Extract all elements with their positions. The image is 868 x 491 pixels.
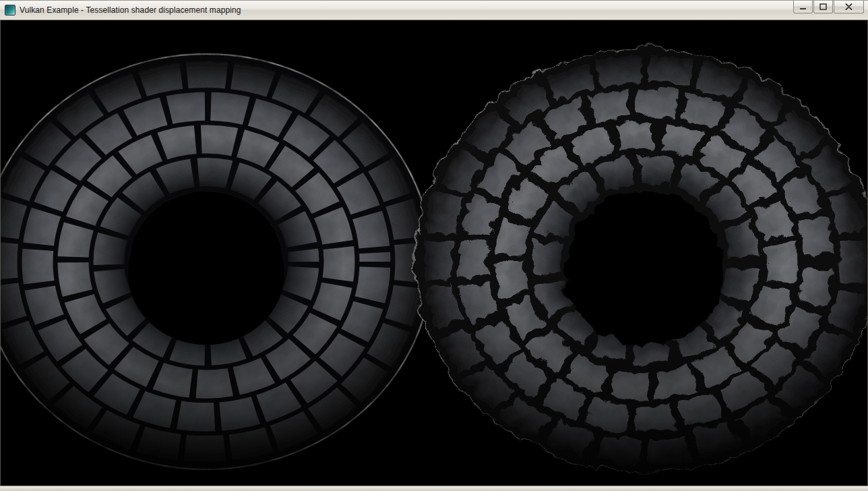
titlebar[interactable]: Vulkan Example - Tessellation shader dis… [0,0,868,20]
vignette-overlay [1,20,867,486]
close-icon [845,3,852,10]
maximize-icon [819,3,827,10]
render-viewport[interactable] [0,20,868,486]
minimize-button[interactable] [793,1,813,13]
app-icon [5,5,16,16]
app-window: Vulkan Example - Tessellation shader dis… [0,0,868,491]
minimize-icon [799,4,807,10]
window-title: Vulkan Example - Tessellation shader dis… [20,5,241,15]
render-canvas [1,20,867,486]
window-frame-bottom [0,486,868,491]
close-button[interactable] [834,1,864,13]
window-controls [793,1,864,13]
maximize-button[interactable] [813,1,833,13]
